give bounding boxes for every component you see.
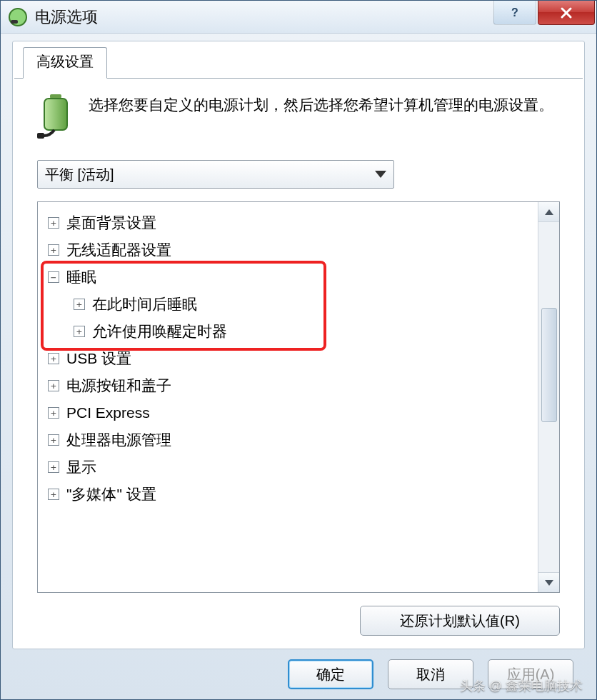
tree-item-desktop-background[interactable]: + 桌面背景设置 [48, 209, 533, 236]
ok-button[interactable]: 确定 [288, 659, 373, 689]
tree-label: USB 设置 [66, 349, 131, 369]
dialog-window: 电源选项 ? 高级设置 [0, 0, 597, 700]
plus-icon[interactable]: + [48, 380, 59, 391]
tree-label: 睡眠 [66, 267, 96, 287]
svg-rect-5 [37, 133, 44, 139]
tree-label: "多媒体" 设置 [66, 484, 156, 504]
titlebar: 电源选项 ? [1, 1, 596, 34]
button-label: 取消 [416, 665, 445, 684]
tree-label: 在此时间后睡眠 [92, 294, 197, 314]
intro-section: 选择您要自定义的电源计划，然后选择您希望计算机管理的电源设置。 [37, 93, 560, 141]
scroll-up-button[interactable] [538, 202, 559, 222]
plus-icon[interactable]: + [48, 407, 59, 419]
tree-item-wireless-adapter[interactable]: + 无线适配器设置 [48, 236, 533, 264]
tree-item-sleep-after[interactable]: + 在此时间后睡眠 [48, 291, 533, 318]
window-title: 电源选项 [35, 6, 98, 28]
scroll-thumb[interactable] [541, 308, 557, 422]
tree-item-cpu-power-management[interactable]: + 处理器电源管理 [48, 426, 533, 454]
plus-icon[interactable]: + [48, 217, 59, 229]
intro-text: 选择您要自定义的电源计划，然后选择您希望计算机管理的电源设置。 [89, 93, 553, 117]
plus-icon[interactable]: + [48, 353, 59, 364]
minus-icon[interactable]: − [48, 271, 59, 283]
tree-label: 桌面背景设置 [66, 213, 156, 233]
plus-icon[interactable]: + [48, 244, 59, 256]
button-label: 还原计划默认值(R) [400, 611, 520, 631]
close-button[interactable] [538, 1, 595, 25]
tree-label: 显示 [66, 457, 96, 477]
tree-item-power-buttons-lid[interactable]: + 电源按钮和盖子 [48, 372, 533, 399]
button-label: 确定 [316, 665, 345, 684]
tree-item-usb[interactable]: + USB 设置 [48, 345, 533, 372]
plus-icon[interactable]: + [48, 489, 59, 500]
settings-tree: + 桌面背景设置 + 无线适配器设置 − 睡眠 + [37, 201, 560, 593]
tree-item-display[interactable]: + 显示 [48, 454, 533, 481]
tree-item-multimedia[interactable]: + "多媒体" 设置 [48, 481, 533, 508]
help-button[interactable]: ? [493, 1, 536, 25]
dialog-footer: 确定 取消 应用(A) [12, 649, 585, 689]
battery-icon [37, 93, 74, 141]
tab-label: 高级设置 [36, 54, 94, 69]
vertical-scrollbar[interactable] [538, 202, 559, 592]
svg-rect-4 [44, 99, 67, 130]
tree-label: 允许使用唤醒定时器 [92, 321, 227, 341]
tree-label: 电源按钮和盖子 [66, 376, 171, 396]
button-label: 应用(A) [507, 665, 555, 684]
tree-item-pci-express[interactable]: + PCI Express [48, 399, 533, 426]
tree-item-allow-wake-timers[interactable]: + 允许使用唤醒定时器 [48, 318, 533, 345]
apply-button[interactable]: 应用(A) [488, 659, 573, 689]
tab-advanced-settings[interactable]: 高级设置 [23, 47, 107, 79]
tree-label: PCI Express [66, 404, 150, 421]
tree-item-sleep[interactable]: − 睡眠 [48, 264, 533, 291]
scroll-down-button[interactable] [538, 572, 559, 592]
power-plan-dropdown[interactable]: 平衡 [活动] [37, 160, 394, 189]
chevron-down-icon [375, 171, 386, 178]
plus-icon[interactable]: + [74, 299, 85, 310]
restore-defaults-button[interactable]: 还原计划默认值(R) [360, 606, 560, 636]
plus-icon[interactable]: + [48, 434, 59, 446]
power-options-icon [8, 7, 28, 27]
tree-label: 无线适配器设置 [66, 240, 171, 260]
tree-label: 处理器电源管理 [66, 430, 171, 450]
plus-icon[interactable]: + [48, 461, 59, 473]
svg-rect-1 [11, 20, 18, 24]
plus-icon[interactable]: + [74, 326, 85, 337]
power-plan-selected: 平衡 [活动] [45, 165, 114, 184]
svg-text:?: ? [511, 6, 518, 19]
cancel-button[interactable]: 取消 [388, 659, 473, 689]
main-panel: 高级设置 [12, 41, 585, 649]
